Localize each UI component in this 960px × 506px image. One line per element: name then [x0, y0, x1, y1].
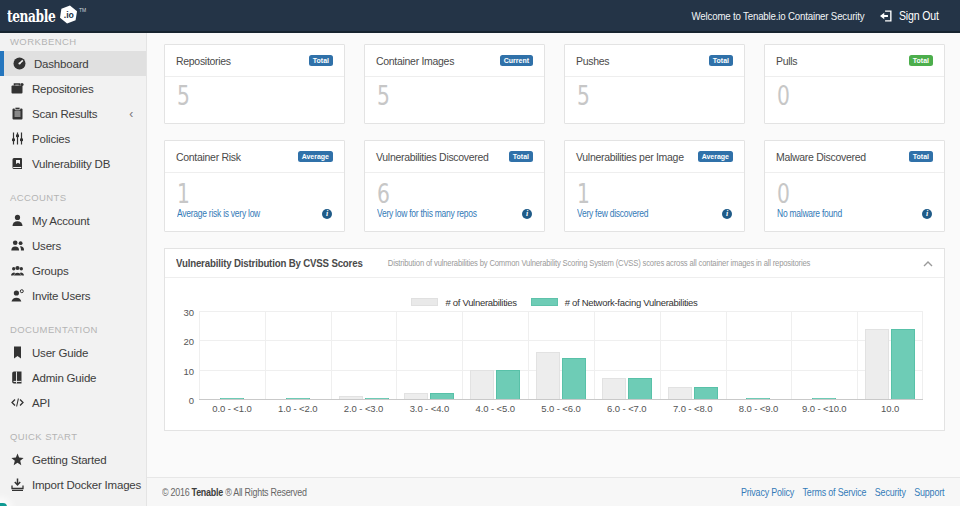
chart-title: Vulnerability Distribution By CVSS Score… [176, 257, 363, 269]
sidebar-item-api[interactable]: API [0, 390, 146, 415]
y-tick-label: 20 [183, 336, 194, 347]
stat-card-body: 1 Average risk is very low i [165, 173, 344, 219]
gauge-icon [12, 57, 26, 70]
stat-badge: Current [500, 55, 533, 66]
info-icon[interactable]: i [522, 209, 532, 219]
stat-value: 1 [177, 182, 298, 207]
stat-card-header: Container Images Current [365, 45, 544, 77]
sidebar-item-my-account[interactable]: My Account [0, 208, 146, 233]
x-tick-label: 3.0 - <4.0 [410, 403, 449, 414]
vulnerabilities-bar [470, 370, 494, 399]
legend-swatch [531, 298, 558, 306]
sidebar-item-label: Vulnerability DB [32, 158, 110, 170]
main-content: Repositories Total 5 Container Images Cu… [147, 33, 960, 506]
stat-card-body: 0 No malware found i [765, 173, 944, 219]
stat-card-header: Vulnerabilities per Image Average [565, 141, 744, 173]
stat-caption-row: Very low for this many repos i [377, 208, 532, 219]
sidebar-item-vulnerability-db[interactable]: Vulnerability DB [0, 151, 146, 176]
sidebar-item-label: Repositories [32, 83, 94, 95]
stat-card-header: Pulls Total [765, 45, 944, 77]
stat-card-body: 5 [165, 77, 344, 109]
stat-badge: Average [298, 151, 333, 162]
stat-caption: Very low for this many repos [377, 208, 477, 219]
footer-link-privacy-policy[interactable]: Privacy Policy [741, 486, 794, 498]
groups-icon [10, 264, 24, 277]
sidebar-item-policies[interactable]: Policies [0, 126, 146, 151]
network-facing-bar [628, 378, 652, 399]
stat-badge: Total [909, 151, 933, 162]
x-tick-label: 4.0 - <5.0 [475, 403, 514, 414]
footer: © 2016 Tenable ® All Rights Reserved Pri… [147, 477, 960, 506]
stat-caption-row: Very few discovered i [577, 208, 732, 219]
bar-group-0.0_1.0 [199, 311, 265, 399]
info-icon[interactable]: i [722, 209, 732, 219]
stat-value: 5 [177, 83, 298, 109]
stat-badge: Total [709, 55, 733, 66]
footer-link-security[interactable]: Security [875, 486, 906, 498]
sidebar-item-user-guide[interactable]: User Guide [0, 340, 146, 365]
user-plus-icon [10, 289, 24, 302]
welcome-text: Welcome to Tenable.io Container Security [692, 10, 865, 22]
sidebar-item-invite-users[interactable]: Invite Users [0, 283, 146, 308]
sidebar-item-label: Import Docker Images [32, 479, 141, 491]
sidebar-item-import-docker-images[interactable]: Import Docker Images [0, 472, 146, 497]
sidebar-item-label: Groups [32, 265, 69, 277]
dashboard-cards-area: Repositories Total 5 Container Images Cu… [147, 33, 960, 431]
stat-badge: Average [698, 151, 733, 162]
stat-badge: Total [309, 55, 333, 66]
sidebar-item-label: Scan Results [32, 108, 97, 120]
stat-value: 0 [777, 83, 898, 109]
sign-out-button[interactable]: Sign Out [880, 9, 944, 23]
stat-card-malware-discovered: Malware Discovered Total 0 No malware fo… [764, 140, 945, 232]
cvss-chart-card: Vulnerability Distribution By CVSS Score… [164, 248, 945, 431]
legend-swatch [411, 298, 438, 306]
user-icon [10, 214, 24, 227]
stat-card-body: 0 [765, 77, 944, 109]
info-icon[interactable]: i [322, 209, 332, 219]
info-icon[interactable]: i [922, 209, 932, 219]
bar-group-7.0_8.0 [660, 311, 726, 399]
sidebar-section-label: DOCUMENTATION [0, 308, 146, 340]
stat-card-vulnerabilities-per-image: Vulnerabilities per Image Average 1 Very… [564, 140, 745, 232]
sidebar-item-getting-started[interactable]: Getting Started [0, 447, 146, 472]
stat-badge: Total [509, 151, 533, 162]
stat-card-pulls: Pulls Total 0 [764, 44, 945, 124]
sidebar-item-repositories[interactable]: Repositories [0, 76, 146, 101]
footer-link-support[interactable]: Support [914, 486, 944, 498]
chart-subtitle: Distribution of vulnerabilities by Commo… [364, 258, 832, 268]
stat-card-title: Container Images [376, 55, 454, 67]
x-tick-label: 7.0 - <8.0 [673, 403, 712, 414]
legend-item: # of Network-facing Vulnerabilities [531, 297, 698, 308]
bar-group-6.0_7.0 [594, 311, 660, 399]
x-tick-label: 0.0 - <1.0 [212, 403, 251, 414]
footer-link-terms-of-service[interactable]: Terms of Service [802, 486, 866, 498]
stat-caption: No malware found [777, 208, 842, 219]
bar-group-5.0_6.0 [528, 311, 594, 399]
chart-header: Vulnerability Distribution By CVSS Score… [165, 249, 944, 278]
sidebar-item-admin-guide[interactable]: Admin Guide [0, 365, 146, 390]
chevron-up-icon[interactable] [915, 258, 933, 269]
stat-card-body: 5 [565, 77, 744, 109]
sign-out-label: Sign Out [899, 9, 939, 23]
book-flag-icon [10, 157, 24, 170]
sidebar-item-groups[interactable]: Groups [0, 258, 146, 283]
stat-card-title: Vulnerabilities Discovered [376, 151, 489, 163]
bar-group-9.0_10.0 [791, 311, 857, 399]
stat-card-body: 1 Very few discovered i [565, 173, 744, 219]
chart-legend: # of Vulnerabilities# of Network-facing … [165, 296, 944, 308]
chevron-left-icon[interactable]: ‹ [129, 108, 146, 120]
stat-card-title: Container Risk [176, 151, 241, 163]
sliders-icon [10, 132, 24, 145]
y-tick-label: 10 [183, 365, 194, 376]
sidebar-item-dashboard[interactable]: Dashboard [0, 51, 146, 76]
network-facing-bar [430, 393, 454, 399]
sidebar-item-scan-results[interactable]: Scan Results‹ [0, 101, 146, 126]
sidebar-item-label: Getting Started [32, 454, 106, 466]
stat-value: 5 [377, 83, 498, 109]
x-tick-label: 10.0 [881, 403, 899, 414]
stat-cards-row-2: Container Risk Average 1 Average risk is… [164, 140, 945, 232]
x-tick-label: 5.0 - <6.0 [541, 403, 580, 414]
clipboard-icon [10, 107, 24, 120]
tenable-logo[interactable]: tenable .io TM [7, 4, 85, 27]
sidebar-item-users[interactable]: Users [0, 233, 146, 258]
